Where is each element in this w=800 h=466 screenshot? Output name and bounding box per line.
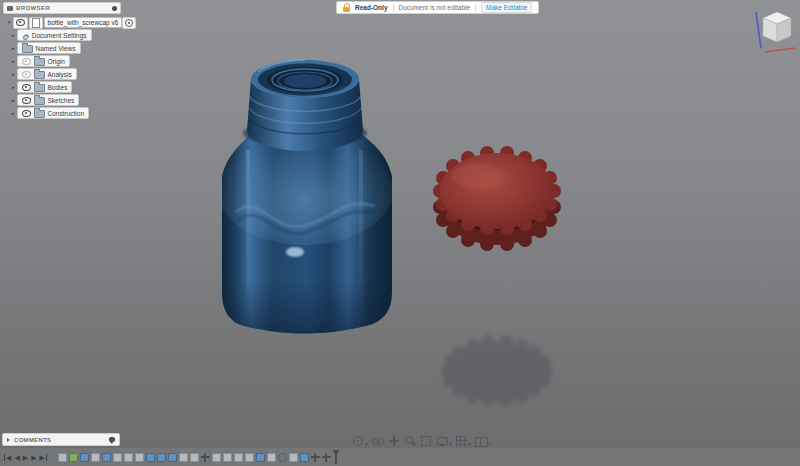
browser-tree-item[interactable]: Document Settings [12, 30, 153, 40]
timeline-playback-button[interactable]: ◀ [4, 454, 11, 461]
timeline-feature-icon[interactable] [289, 453, 298, 462]
timeline-feature-icon[interactable] [168, 453, 177, 462]
browser-tree-item[interactable]: Analysis [12, 69, 153, 79]
navbar-tool-icon[interactable] [436, 435, 448, 447]
expand-caret-icon[interactable] [7, 438, 10, 442]
timeline-position-marker[interactable] [335, 451, 337, 464]
bottle-model[interactable] [217, 60, 393, 334]
navbar-tool-icon[interactable] [404, 435, 416, 447]
navbar-tool-icon[interactable] [475, 435, 487, 447]
browser-tree-item[interactable]: Sketches [12, 95, 153, 105]
browser-title: BROWSER [16, 5, 112, 11]
timeline-feature-icon[interactable] [267, 453, 276, 462]
document-name[interactable]: bottle_with_screwcap v6 [44, 17, 123, 28]
folder-icon [34, 97, 45, 105]
navbar-tool-icon[interactable] [388, 435, 400, 447]
visibility-eye-icon[interactable] [22, 84, 31, 91]
browser-document-row[interactable]: ▾ bottle_with_screwcap v6 [8, 17, 153, 28]
timeline-feature-icon[interactable] [201, 453, 210, 462]
visibility-eye-icon[interactable] [22, 58, 31, 65]
doc-badge-icon[interactable] [122, 17, 136, 29]
browser-tree-item[interactable]: Construction [12, 108, 153, 118]
document-icon [29, 17, 43, 29]
readonly-banner: Read-Only Document is not editable Make … [336, 1, 539, 14]
timeline-feature-icon[interactable] [69, 453, 78, 462]
visibility-eye-icon[interactable] [22, 110, 31, 117]
timeline-playback-button[interactable]: ◀ [14, 454, 19, 461]
make-editable-button[interactable]: Make Editable [481, 2, 532, 13]
timeline-playback-button[interactable]: ▶ [23, 454, 28, 461]
timeline-feature-icon[interactable] [223, 453, 232, 462]
timeline-feature-icon[interactable] [322, 453, 331, 462]
timeline-feature-icon[interactable] [124, 453, 133, 462]
navbar-tool[interactable] [372, 435, 384, 447]
timeline-feature-icon[interactable] [113, 453, 122, 462]
collapse-panel-icon[interactable] [7, 6, 13, 11]
expand-caret-icon[interactable] [12, 46, 15, 51]
navbar-tool[interactable] [388, 435, 400, 447]
divider [475, 4, 476, 12]
timeline-feature-icon[interactable] [256, 453, 265, 462]
timeline-playback-controls: ◀ ◀ ▶ ▶ ▶ [4, 454, 47, 461]
timeline-feature-icon[interactable] [190, 453, 199, 462]
timeline-feature-icon[interactable] [58, 453, 67, 462]
expand-caret-icon[interactable] [12, 33, 15, 38]
folder-icon [34, 71, 45, 79]
canvas[interactable]: { "browser": { "title": "BROWSER", "docu… [0, 0, 800, 466]
timeline-bar: ◀ ◀ ▶ ▶ ▶ [0, 448, 800, 466]
navbar-tool-icon[interactable] [372, 435, 384, 447]
timeline-feature-icon[interactable] [278, 453, 287, 462]
expand-caret-icon[interactable] [12, 111, 15, 116]
navbar-tool-icon[interactable] [456, 436, 467, 447]
viewcube-x-axis [765, 48, 795, 52]
expand-caret-icon[interactable] [12, 59, 15, 64]
timeline-feature-icon[interactable] [212, 453, 221, 462]
browser-tree-item[interactable]: Named Views [12, 43, 153, 53]
tree-item-label: Document Settings [32, 32, 87, 39]
comments-panel[interactable]: COMMENTS [2, 433, 120, 446]
browser-header[interactable]: BROWSER [3, 2, 121, 14]
timeline-feature-icon[interactable] [146, 453, 155, 462]
cap-model[interactable] [433, 146, 561, 251]
visibility-eye-icon[interactable] [22, 71, 31, 78]
browser-panel: BROWSER ▾ bottle_with_screwcap v6 Docume… [3, 2, 153, 121]
browser-options-icon[interactable] [112, 6, 117, 11]
expand-caret-icon[interactable] [12, 98, 15, 103]
folder-icon [34, 84, 45, 92]
tree-item-label: Analysis [48, 71, 72, 78]
timeline-features [57, 453, 332, 462]
timeline-feature-icon[interactable] [179, 453, 188, 462]
browser-tree-item[interactable]: Origin [12, 56, 153, 66]
browser-tree: Document Settings Named Views [12, 30, 153, 118]
navbar-tool[interactable] [420, 435, 432, 447]
timeline-playback-button[interactable]: ▶ [31, 454, 36, 461]
navbar-tool[interactable] [404, 435, 416, 447]
comment-bubble-icon[interactable] [109, 437, 115, 442]
navbar-tool-icon[interactable] [420, 435, 432, 447]
comments-title: COMMENTS [14, 437, 109, 443]
timeline-feature-icon[interactable] [102, 453, 111, 462]
expand-caret-icon[interactable] [12, 72, 15, 77]
expand-caret-icon[interactable]: ▾ [8, 20, 11, 25]
lock-icon [343, 7, 350, 12]
visibility-eye-icon[interactable] [22, 97, 31, 104]
timeline-playback-button[interactable]: ▶ [40, 454, 47, 461]
browser-tree-item[interactable]: Bodies [12, 82, 153, 92]
divider [393, 4, 394, 12]
navbar-tool-icon[interactable] [352, 435, 364, 447]
timeline-feature-icon[interactable] [234, 453, 243, 462]
timeline-feature-icon[interactable] [91, 453, 100, 462]
timeline-feature-icon[interactable] [311, 453, 320, 462]
timeline-feature-icon[interactable] [157, 453, 166, 462]
timeline-feature-icon[interactable] [135, 453, 144, 462]
expand-caret-icon[interactable] [12, 85, 15, 90]
timeline-feature-icon[interactable] [245, 453, 254, 462]
folder-icon [34, 58, 45, 66]
view-cube[interactable] [756, 12, 795, 52]
timeline-feature-icon[interactable] [80, 453, 89, 462]
folder-icon [22, 45, 33, 53]
timeline-feature-icon[interactable] [300, 453, 309, 462]
tree-item-label: Origin [48, 58, 65, 65]
tree-item-label: Bodies [48, 84, 68, 91]
folder-icon [34, 110, 45, 118]
